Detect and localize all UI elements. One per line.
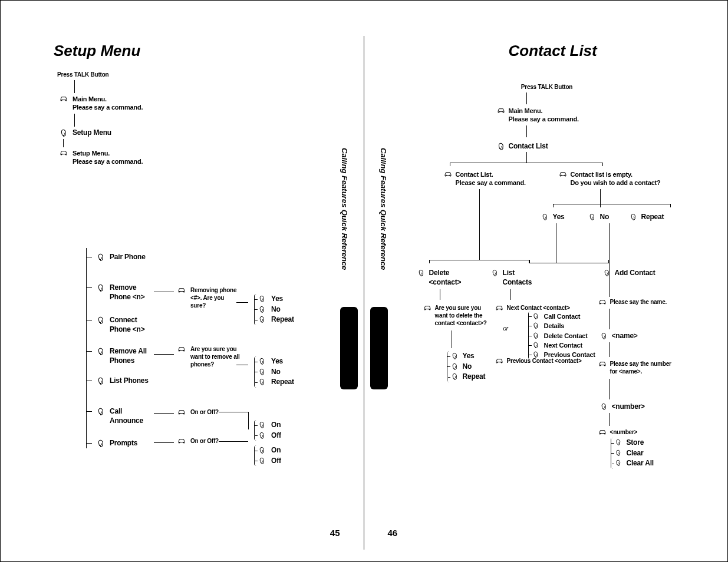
name-placeholder: <name> xyxy=(612,332,638,341)
opt-connect-phone: Connect Phone <n> xyxy=(110,316,157,334)
cl-empty: Contact list is empty. xyxy=(571,170,661,178)
car-icon xyxy=(444,171,452,177)
no: No xyxy=(600,213,610,222)
repeat: Repeat xyxy=(271,378,294,387)
head-icon xyxy=(97,377,105,384)
remove-all-q: Are you sure you want to remove all phon… xyxy=(190,345,241,368)
delete-q: Are you sure you want to delete the cont… xyxy=(435,304,488,327)
number-placeholder: <number> xyxy=(612,402,645,412)
opt-prompts: Prompts xyxy=(110,439,137,448)
car-icon xyxy=(177,409,186,415)
head-icon xyxy=(258,432,266,438)
head-icon xyxy=(258,316,266,322)
press-talk: Press TALK Button xyxy=(57,71,346,78)
head-icon xyxy=(60,129,68,135)
page-number: 45 xyxy=(330,528,340,538)
list-contacts: List Contacts xyxy=(503,269,544,287)
head-icon xyxy=(600,403,608,409)
setup-menu-cmd: Setup Menu xyxy=(73,128,111,138)
head-icon xyxy=(258,421,266,428)
car-icon xyxy=(598,361,607,367)
off: Off xyxy=(271,431,281,441)
repeat: Repeat xyxy=(641,213,664,222)
opt-delete: Delete Contact xyxy=(544,332,588,340)
side-tab-black xyxy=(370,307,388,389)
head-icon xyxy=(532,342,541,348)
head-icon xyxy=(630,213,638,220)
head-icon xyxy=(97,316,105,323)
say-number: Please say the number for <name>. xyxy=(610,360,675,375)
opt-pair-phone: Pair Phone xyxy=(110,253,146,262)
opt-call: Call Contact xyxy=(544,312,581,320)
car-icon xyxy=(598,429,607,435)
head-icon xyxy=(491,269,499,276)
car-icon xyxy=(497,107,505,114)
head-icon xyxy=(451,363,459,369)
repeat: Repeat xyxy=(463,372,486,382)
head-icon xyxy=(417,269,426,276)
opt-next: Next Contact xyxy=(544,341,582,349)
head-icon xyxy=(603,269,611,276)
head-icon xyxy=(532,313,541,319)
opt-details: Details xyxy=(544,322,565,330)
opt-list-phones: List Phones xyxy=(110,376,149,386)
page-title: Contact List xyxy=(509,42,704,60)
yes: Yes xyxy=(271,295,283,304)
on-or-off: On or Off? xyxy=(190,408,219,416)
store: Store xyxy=(627,438,644,448)
head-icon xyxy=(451,352,459,359)
head-icon xyxy=(532,332,541,339)
main-menu-label: Main Menu. xyxy=(509,107,579,115)
repeat: Repeat xyxy=(271,315,294,325)
head-icon xyxy=(97,439,105,446)
head-icon xyxy=(615,459,623,466)
delete-contact: Delete <contact> xyxy=(429,269,470,287)
page-left: Setup Menu Press TALK Button Main Menu. … xyxy=(6,36,364,550)
opt-remove-all: Remove All Phones xyxy=(110,347,157,365)
press-talk: Press TALK Button xyxy=(500,83,594,91)
head-icon xyxy=(97,284,105,290)
clear: Clear xyxy=(627,449,644,458)
car-icon xyxy=(177,346,186,352)
side-tab-black xyxy=(340,307,358,389)
off: Off xyxy=(271,457,281,466)
say-command-label: Please say a command. xyxy=(73,103,143,111)
car-icon xyxy=(495,358,503,364)
head-icon xyxy=(497,143,505,149)
head-icon xyxy=(258,447,266,453)
on: On xyxy=(271,446,281,455)
car-icon xyxy=(559,171,567,177)
car-icon xyxy=(177,438,186,444)
head-icon xyxy=(532,351,541,358)
car-icon xyxy=(60,95,68,102)
car-icon xyxy=(423,305,431,311)
head-icon xyxy=(600,332,608,339)
head-icon xyxy=(588,213,597,220)
page-title: Setup Menu xyxy=(54,42,346,60)
add-contact: Add Contact xyxy=(615,269,655,278)
no: No xyxy=(463,362,472,372)
head-icon xyxy=(615,449,623,456)
or-label: or xyxy=(503,322,509,333)
car-icon xyxy=(495,305,503,311)
clear-all: Clear All xyxy=(627,459,654,468)
opt-remove-phone: Remove Phone <n> xyxy=(110,283,157,302)
removing-phone-q: Removing phone <#>. Are you sure? xyxy=(190,286,241,309)
no: No xyxy=(271,368,281,377)
head-icon xyxy=(258,378,266,385)
head-icon xyxy=(258,368,266,375)
yes: Yes xyxy=(463,352,475,361)
head-icon xyxy=(532,322,541,329)
side-tab-label: Calling Features Quick Reference xyxy=(379,148,388,270)
say-name: Please say the name. xyxy=(610,298,667,306)
page-right: Contact List Press TALK Button Main Menu… xyxy=(364,36,722,550)
no: No xyxy=(271,305,281,315)
side-tab-label: Calling Features Quick Reference xyxy=(340,148,349,270)
head-icon xyxy=(97,253,105,260)
setup-menu-prompt: Setup Menu. xyxy=(73,149,143,157)
head-icon xyxy=(258,358,266,364)
car-icon xyxy=(60,150,68,156)
page-number: 46 xyxy=(388,528,398,538)
head-icon xyxy=(615,439,623,445)
opt-call-announce: Call Announce xyxy=(110,407,157,425)
